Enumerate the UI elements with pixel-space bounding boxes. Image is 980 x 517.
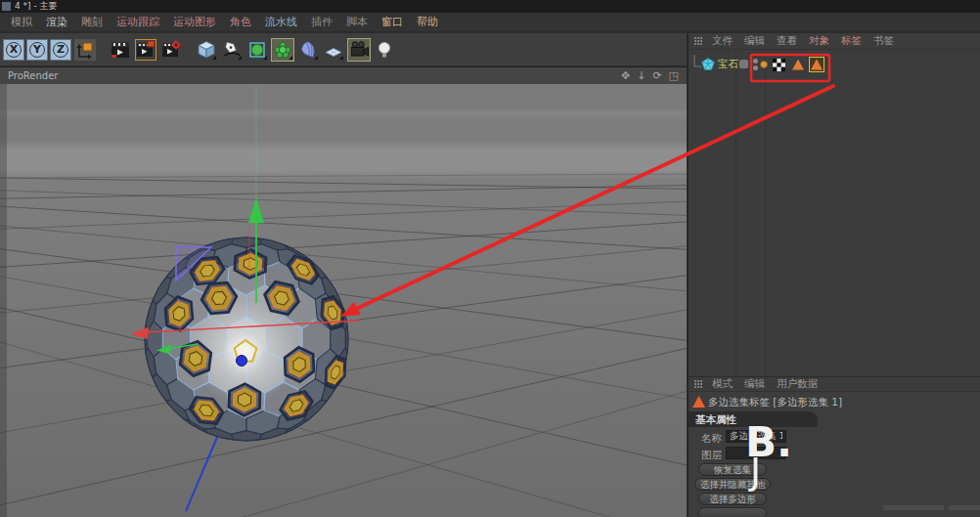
spline-pen-icon[interactable] [220, 38, 244, 62]
main-toolbar: X Y Z [0, 33, 687, 66]
floor-icon[interactable] [322, 38, 345, 62]
viewport-3d[interactable] [0, 84, 687, 517]
app-icon [2, 2, 11, 11]
om-column-divider [735, 50, 736, 376]
maximize-icon[interactable]: ◳ [669, 69, 679, 82]
camera-icon[interactable] [347, 38, 371, 62]
faint-strip [949, 505, 980, 510]
menu-item-sculpt[interactable]: 雕刻 [74, 15, 110, 29]
attribute-manager-menu: 模式 编辑 用户数据 [689, 376, 980, 392]
menu-item-motion-track[interactable]: 运动跟踪 [110, 15, 166, 29]
om-menu-edit[interactable]: 编辑 [739, 34, 770, 48]
right-panel: 文件 编辑 查看 对象 标签 书签 宝石 1 [687, 33, 980, 517]
pan-icon[interactable]: ✥ [621, 69, 630, 82]
name-label: 名称 [696, 432, 722, 446]
subdivision-surface-icon[interactable] [245, 38, 269, 62]
uvw-checker-tag[interactable] [773, 59, 785, 71]
edit-render-settings-icon[interactable] [159, 38, 183, 62]
visibility-dot-top[interactable] [753, 59, 758, 64]
name-field[interactable] [726, 430, 786, 443]
om-menu-object[interactable]: 对象 [804, 34, 834, 48]
menu-bar: 模拟 渲染 雕刻 运动跟踪 运动图形 角色 流水线 插件 脚本 窗口 帮助 [0, 13, 980, 31]
viewport-canvas[interactable] [0, 84, 687, 517]
display-dot-tag[interactable] [760, 61, 768, 68]
polygon-selection-tag-icon [691, 395, 706, 409]
om-menu-bookmarks[interactable]: 书签 [869, 34, 899, 48]
window-title: 4 *] - 主要 [15, 0, 58, 13]
object-origin-dot[interactable] [237, 356, 247, 366]
menu-item-pipeline[interactable]: 流水线 [258, 15, 304, 29]
rotate-icon[interactable]: ⟳ [652, 69, 661, 82]
object-manager-list[interactable]: 宝石 1 [689, 50, 980, 376]
tag-header: 多边选集标签 [多边形选集 1] [708, 396, 842, 409]
menu-item-character[interactable]: 角色 [223, 15, 258, 29]
faint-strip [883, 505, 944, 510]
edit-toggle-icon[interactable] [739, 60, 748, 68]
light-icon[interactable] [373, 38, 396, 62]
layer-field[interactable] [726, 447, 786, 459]
y-axis-arrowhead[interactable] [248, 197, 264, 223]
panel-grip-icon[interactable] [693, 379, 703, 389]
visibility-dot-bottom[interactable] [753, 65, 758, 70]
menu-item-simulate[interactable]: 模拟 [4, 15, 39, 29]
am-menu-edit[interactable]: 编辑 [739, 377, 770, 391]
om-column-divider [765, 50, 766, 376]
om-menu-view[interactable]: 查看 [772, 34, 802, 48]
object-row-gem[interactable]: 宝石 1 [689, 53, 980, 72]
z-axis-lock-button[interactable]: Z [50, 39, 71, 61]
panel-grip-icon[interactable] [693, 36, 703, 46]
menu-item-script[interactable]: 脚本 [339, 15, 375, 29]
polygon-selection-tag[interactable] [791, 58, 805, 71]
deformer-icon[interactable] [271, 38, 294, 62]
dolly-icon[interactable]: ↓ [637, 69, 646, 82]
field-shell-icon[interactable] [296, 38, 320, 62]
am-menu-userdata[interactable]: 用户数据 [772, 377, 823, 391]
menu-item-plugins[interactable]: 插件 [304, 15, 339, 29]
menu-item-window[interactable]: 窗口 [375, 15, 410, 29]
layer-label: 图层 [696, 449, 722, 462]
tab-basic-properties[interactable]: 基本属性 [689, 411, 818, 427]
attribute-manager: 多边选集标签 [多边形选集 1] 基本属性 名称 图层 恢复选集 选择并隐藏其他… [689, 392, 980, 517]
title-bar: 4 *] - 主要 [0, 0, 980, 13]
menu-item-mograph[interactable]: 运动图形 [166, 15, 223, 29]
am-menu-mode[interactable]: 模式 [707, 377, 737, 391]
gem-object-icon[interactable] [701, 58, 715, 71]
x-axis-arrowhead[interactable] [131, 327, 149, 340]
restore-selection-button[interactable]: 恢复选集 [698, 463, 767, 476]
render-to-picture-viewer-icon[interactable] [134, 38, 157, 62]
partial-button[interactable] [698, 507, 767, 517]
render-view-icon[interactable] [109, 38, 132, 62]
select-polygons-button[interactable]: 选择多边形 [698, 493, 767, 505]
menu-item-render[interactable]: 渲染 [39, 15, 74, 29]
renderer-label: ProRender [8, 70, 58, 81]
om-menu-file[interactable]: 文件 [707, 34, 737, 48]
x-axis-lock-button[interactable]: X [3, 39, 24, 61]
y-axis-lock-button[interactable]: Y [26, 39, 48, 61]
object-manager-menu: 文件 编辑 查看 对象 标签 书签 [689, 33, 980, 50]
select-and-hide-others-button[interactable]: 选择并隐藏其他 [694, 478, 771, 491]
polygon-selection-tag-selected[interactable] [809, 57, 824, 72]
om-menu-tags[interactable]: 标签 [836, 34, 867, 48]
coordinate-system-icon[interactable] [73, 38, 97, 62]
cinema4d-window: 4 *] - 主要 模拟 渲染 雕刻 运动跟踪 运动图形 角色 流水线 插件 脚… [0, 0, 980, 517]
cube-primitive-icon[interactable] [195, 38, 218, 62]
viewport-header: ProRender ✥ ↓ ⟳ ◳ [0, 66, 687, 84]
menu-item-help[interactable]: 帮助 [410, 15, 445, 29]
